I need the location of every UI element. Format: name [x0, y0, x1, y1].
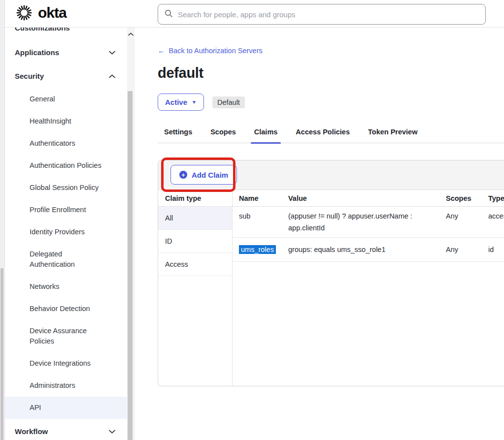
claim-type-filter-panel: Claim type All ID Access — [158, 190, 233, 386]
scroll-up-icon[interactable] — [127, 28, 134, 40]
sidebar-section-label: Security — [15, 71, 44, 81]
default-badge: Default — [212, 96, 245, 108]
sidebar-scrollbar[interactable] — [127, 28, 134, 440]
sidebar-item-customizations[interactable]: Customizations — [5, 28, 127, 33]
window-scrollbar[interactable] — [0, 0, 5, 440]
sidebar-item-authenticators[interactable]: Authenticators — [5, 132, 127, 155]
column-header-type: Type — [488, 194, 504, 202]
tab-scopes[interactable]: Scopes — [207, 128, 239, 143]
filter-item-access[interactable]: Access — [158, 253, 232, 276]
sidebar-item-profile-enrollment[interactable]: Profile Enrollment — [5, 199, 127, 221]
sidebar-item-networks[interactable]: Networks — [5, 276, 127, 298]
sidebar-item-device-assurance-policies[interactable]: Device Assurance Policies — [5, 320, 127, 352]
okta-aura-icon — [15, 3, 34, 24]
claim-name-cell[interactable]: ums_roles — [233, 244, 288, 255]
sidebar-section-workflow[interactable]: Workflow — [5, 420, 127, 440]
chevron-down-icon — [109, 430, 115, 434]
filter-item-all[interactable]: All — [158, 207, 232, 230]
tab-access-policies[interactable]: Access Policies — [292, 128, 353, 143]
search-icon — [165, 9, 173, 20]
tab-claims[interactable]: Claims — [251, 128, 281, 143]
claims-body: Claim type All ID Access Name Value Scop… — [158, 190, 504, 386]
sidebar-item-device-integrations[interactable]: Device Integrations — [5, 352, 127, 375]
sidebar-section-applications[interactable]: Applications — [5, 41, 127, 64]
sidebar-item-administrators[interactable]: Administrators — [5, 375, 127, 397]
sidebar-section-label: Workflow — [15, 427, 48, 437]
table-row[interactable]: sub (appuser != null) ? appuser.userName… — [233, 207, 504, 238]
claims-table-header: Name Value Scopes Type — [233, 190, 504, 207]
okta-wordmark: okta — [38, 5, 67, 22]
claim-type-header: Claim type — [158, 190, 232, 207]
sidebar-section-security[interactable]: Security — [5, 64, 127, 88]
claim-scopes-cell: Any — [446, 244, 488, 255]
search-input[interactable] — [178, 10, 479, 19]
claim-type-cell: id — [488, 244, 504, 255]
table-row[interactable]: ums_roles groups: equals ums_sso_role1 A… — [233, 238, 504, 262]
claim-type-cell: access — [488, 210, 504, 222]
sidebar-item-global-session-policy[interactable]: Global Session Policy — [5, 177, 127, 199]
sidebar-item-general[interactable]: General — [5, 88, 127, 110]
claims-toolbar: + Add Claim — [158, 160, 504, 190]
tab-settings[interactable]: Settings — [161, 128, 196, 143]
claims-table: Name Value Scopes Type sub (appuser != n… — [233, 190, 504, 386]
status-dropdown-button[interactable]: Active ▼ — [158, 94, 204, 111]
sidebar-item-identity-providers[interactable]: Identity Providers — [5, 221, 127, 243]
claim-value-cell: groups: equals ums_sso_role1 — [288, 244, 446, 255]
status-row: Active ▼ Default — [158, 94, 504, 111]
global-search[interactable] — [158, 4, 486, 25]
top-bar: okta — [5, 0, 504, 28]
sidebar-item-authentication-policies[interactable]: Authentication Policies — [5, 155, 127, 177]
sidebar-item-healthinsight[interactable]: HealthInsight — [5, 110, 127, 132]
back-arrow-icon: ← — [158, 47, 165, 55]
sidebar-scrollbar-thumb[interactable] — [128, 91, 133, 440]
plus-icon: + — [179, 171, 187, 179]
filter-item-id[interactable]: ID — [158, 230, 232, 253]
sidebar-item-delegated-authentication[interactable]: Delegated Authentication — [5, 243, 127, 276]
status-label: Active — [165, 98, 187, 106]
back-to-authorization-servers-link[interactable]: ← Back to Authorization Servers — [158, 47, 263, 55]
caret-down-icon: ▼ — [192, 99, 197, 105]
back-link-label: Back to Authorization Servers — [169, 47, 263, 55]
tab-bar: Settings Scopes Claims Access Policies T… — [158, 128, 504, 143]
page-title: default — [158, 65, 504, 81]
claim-name-cell[interactable]: sub — [233, 210, 288, 222]
column-header-name: Name — [233, 194, 288, 202]
window-scrollbar-thumb[interactable] — [0, 268, 3, 440]
claim-value-cell: (appuser != null) ? appuser.userName : a… — [288, 210, 446, 234]
sidebar-section-label: Applications — [15, 48, 59, 58]
main-content: ← Back to Authorization Servers default … — [134, 28, 504, 440]
sidebar-item-api[interactable]: API — [5, 397, 127, 419]
claims-panel: + Add Claim Claim type All ID Access Nam… — [158, 160, 504, 386]
sidebar-nav: Customizations Applications Security Gen… — [5, 28, 127, 440]
chevron-up-icon — [109, 74, 115, 78]
sidebar-item-behavior-detection[interactable]: Behavior Detection — [5, 298, 127, 320]
add-claim-label: Add Claim — [192, 171, 228, 179]
tab-token-preview[interactable]: Token Preview — [365, 128, 421, 143]
column-header-scopes: Scopes — [446, 194, 488, 202]
selected-text-highlight: ums_roles — [239, 245, 276, 254]
okta-logo: okta — [15, 4, 67, 24]
column-header-value: Value — [288, 194, 446, 202]
chevron-down-icon — [109, 51, 115, 55]
add-claim-button[interactable]: + Add Claim — [170, 165, 237, 185]
claim-scopes-cell: Any — [446, 210, 488, 222]
